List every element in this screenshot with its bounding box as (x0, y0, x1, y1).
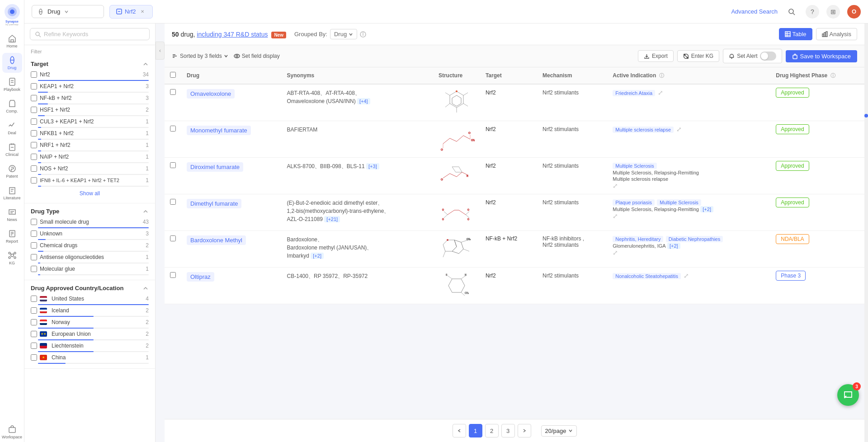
page-3-button[interactable]: 3 (501, 424, 515, 437)
phase-badge[interactable]: NDA/BLA (776, 234, 809, 244)
analysis-view-button[interactable]: Analysis (816, 28, 857, 40)
drug-name-link[interactable]: Omaveloxolone (187, 89, 235, 99)
country-liechtenstein[interactable]: Liechtenstein 2 (29, 341, 151, 350)
expand-icon[interactable]: ⤢ (613, 249, 618, 256)
drug-type-section-header[interactable]: Drug Type (24, 203, 155, 217)
indication-tag-2[interactable]: Diabetic Nephropathies (666, 236, 723, 242)
sidebar-item-clinical[interactable]: Clinical (2, 140, 22, 160)
drug-name-link[interactable]: Bardoxolone Methyl (187, 235, 246, 245)
country-eu[interactable]: ★★ European Union 2 (29, 329, 151, 339)
row-checkbox[interactable] (170, 272, 176, 278)
target-nrf2-checkbox[interactable] (31, 71, 37, 78)
indication-tag[interactable]: Multiple sclerosis relapse (613, 127, 674, 133)
expand-icon[interactable]: ⤢ (613, 182, 618, 189)
drug-type-unknown-checkbox[interactable] (31, 230, 37, 237)
more-synonyms-badge[interactable]: [+2] (311, 253, 324, 259)
country-iceland-checkbox[interactable] (31, 307, 37, 314)
country-china-checkbox[interactable] (31, 354, 37, 361)
target-ifn8-checkbox[interactable] (31, 177, 37, 183)
country-us-checkbox[interactable] (31, 296, 37, 302)
enter-kg-button[interactable]: Enter KG (677, 50, 719, 62)
drug-type-unknown[interactable]: Unknown 3 (29, 229, 151, 238)
page-2-button[interactable]: 2 (485, 424, 499, 437)
sidebar-item-patent[interactable]: Patent (2, 161, 22, 181)
indication-info-icon[interactable]: ⓘ (659, 73, 664, 78)
export-button[interactable]: Export (638, 50, 674, 62)
target-nos-checkbox[interactable] (31, 165, 37, 172)
target-nrf1-checkbox[interactable] (31, 142, 37, 148)
row-checkbox[interactable] (170, 89, 176, 95)
target-filter-nrf1[interactable]: NRF1 + Nrf2 1 (29, 141, 151, 150)
expand-icon[interactable]: ⤢ (676, 126, 682, 133)
set-alert-button[interactable]: Set Alert (723, 49, 782, 63)
target-filter-ifn8[interactable]: IFN8 + IL-6 + KEAP1 + Nrf2 + TET2 1 (29, 176, 151, 185)
target-hsf1-nrf2-checkbox[interactable] (31, 107, 37, 113)
drug-name-link[interactable]: Oltipraz (187, 272, 214, 282)
target-naip-checkbox[interactable] (31, 154, 37, 160)
indication-more-badge[interactable]: [+2] (667, 243, 680, 249)
sidebar-collapse-button[interactable]: ‹ (156, 42, 165, 60)
next-page-button[interactable] (518, 424, 531, 437)
grid-button[interactable]: ⊞ (826, 5, 840, 19)
user-avatar[interactable]: O (847, 5, 861, 19)
target-keap1-nrf2-checkbox[interactable] (31, 83, 37, 89)
target-section-header[interactable]: Target (24, 56, 155, 70)
sidebar-item-drug[interactable]: Drug (2, 53, 22, 73)
target-filter-keap1-nrf2[interactable]: KEAP1 + Nrf2 3 (29, 82, 151, 91)
indication-tag[interactable]: Friedreich Ataxia (613, 90, 655, 96)
more-synonyms-badge[interactable]: [+4] (357, 98, 370, 104)
sidebar-item-workspace[interactable]: Workspace (2, 422, 22, 442)
row-checkbox[interactable] (170, 235, 176, 241)
save-to-workspace-button[interactable]: Save to Workspace (786, 50, 857, 62)
phase-badge[interactable]: Approved (776, 161, 809, 171)
sidebar-item-report[interactable]: Report (2, 226, 22, 246)
row-checkbox[interactable] (170, 199, 176, 205)
indication-more-badge[interactable]: [+2] (700, 206, 713, 212)
page-size-selector[interactable]: 20/page (541, 425, 577, 437)
structure-image[interactable]: O O CH₃ (439, 126, 475, 153)
structure-image[interactable]: S N CH₃ (439, 272, 475, 299)
advanced-search-link[interactable]: Advanced Search (731, 8, 778, 15)
phase-info-icon[interactable]: ⓘ (830, 73, 835, 78)
more-synonyms-badge[interactable]: [+21] (324, 216, 340, 222)
indication-tag-1[interactable]: Nephritis, Hereditary (613, 236, 663, 242)
country-liechtenstein-checkbox[interactable] (31, 343, 37, 349)
target-cul3-checkbox[interactable] (31, 118, 37, 125)
tab-close-button[interactable]: ✕ (139, 8, 146, 15)
drug-type-selector[interactable]: Drug (32, 5, 104, 18)
drug-type-chemical-checkbox[interactable] (31, 242, 37, 249)
sidebar-item-kg[interactable]: KG (2, 248, 22, 268)
prev-page-button[interactable] (453, 424, 466, 437)
indication-tag[interactable]: Nonalcoholic Steatohepatitis (613, 273, 681, 279)
phase-badge[interactable]: Approved (776, 124, 809, 134)
sidebar-item-deal[interactable]: Deal (2, 118, 22, 138)
sidebar-item-news[interactable]: News (2, 205, 22, 225)
target-filter-nfkb1[interactable]: NFKB1 + Nrf2 1 (29, 129, 151, 138)
drug-type-antisense-checkbox[interactable] (31, 254, 37, 260)
more-synonyms-badge[interactable]: [+3] (366, 163, 379, 169)
drug-type-antisense[interactable]: Antisense oligonucleotides 1 (29, 253, 151, 262)
phase-badge[interactable]: Phase 3 (776, 271, 806, 281)
structure-image[interactable] (439, 89, 475, 116)
phase-badge[interactable]: Approved (776, 197, 809, 207)
country-eu-checkbox[interactable] (31, 331, 37, 337)
select-all-checkbox[interactable] (170, 72, 176, 78)
sidebar-item-comp[interactable]: Comp. (2, 96, 22, 116)
expand-icon[interactable]: ⤢ (684, 272, 689, 279)
grouped-by-selector[interactable]: Drug (330, 29, 357, 39)
sidebar-item-home[interactable]: Home (2, 31, 22, 51)
page-1-button[interactable]: 1 (469, 424, 482, 437)
drug-type-small-molecule[interactable]: Small molecule drug 43 (29, 217, 151, 226)
app-logo[interactable]: Synapse by partnop (4, 4, 20, 26)
target-filter-nfkb-nrf2[interactable]: NF-kB + Nrf2 3 (29, 94, 151, 103)
phase-badge[interactable]: Approved (776, 88, 809, 98)
target-show-all-button[interactable]: Show all (80, 190, 100, 197)
table-view-button[interactable]: Table (779, 28, 812, 40)
indication-tag[interactable]: Plaque psoriasis (613, 199, 655, 206)
structure-image[interactable]: O N (439, 162, 475, 189)
alert-toggle[interactable] (760, 52, 776, 61)
expand-icon[interactable]: ⤢ (613, 212, 618, 220)
drug-name-link[interactable]: Monomethyl fumarate (187, 126, 251, 135)
expand-icon[interactable]: ⤢ (658, 89, 663, 96)
structure-image[interactable]: CH₃ (439, 235, 475, 263)
